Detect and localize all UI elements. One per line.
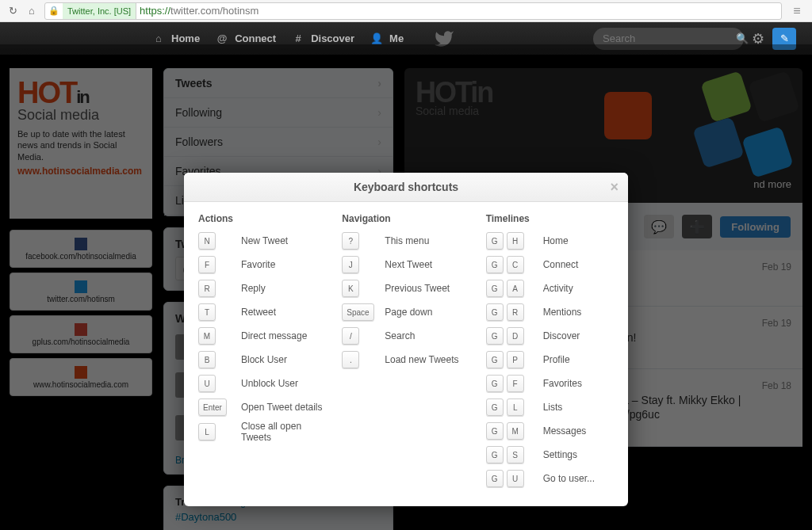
shortcut-label: Home — [543, 235, 569, 246]
key-L: L — [198, 423, 216, 440]
key-G: G — [486, 327, 504, 345]
keyboard-shortcuts-modal: Keyboard shortcuts × ActionsNNew TweetFF… — [184, 173, 628, 506]
key-G: G — [486, 232, 504, 250]
shortcut-row: GMMessages — [486, 421, 614, 441]
shortcut-label: Messages — [543, 425, 587, 437]
shortcut-row: GAActivity — [486, 278, 614, 299]
column-header: Timelines — [486, 213, 614, 224]
shortcut-label: Reply — [241, 283, 266, 294]
shortcut-row: UUnblock User — [198, 373, 326, 394]
column-header: Navigation — [342, 213, 469, 224]
key-G: G — [486, 375, 504, 392]
key-J: J — [342, 256, 359, 273]
key-R: R — [198, 280, 216, 297]
column-header: Actions — [198, 213, 326, 224]
key-N: N — [198, 232, 216, 250]
shortcut-label: Block User — [241, 354, 287, 365]
shortcut-label: Page down — [385, 307, 432, 318]
reload-icon[interactable]: ↻ — [6, 5, 19, 17]
key-G: G — [486, 256, 504, 273]
shortcut-row: GUGo to user... — [486, 468, 614, 489]
shortcut-label: Favorite — [241, 259, 275, 270]
shortcut-row: FFavorite — [198, 254, 326, 275]
shortcut-column: Navigation?This menuJNext TweetKPrevious… — [342, 213, 469, 492]
key-U: U — [507, 470, 524, 487]
key-R: R — [507, 303, 524, 321]
shortcut-row: GSSettings — [486, 444, 614, 465]
close-icon[interactable]: × — [610, 179, 619, 196]
key-D: D — [507, 327, 524, 345]
shortcut-label: Connect — [543, 259, 579, 270]
ssl-cert: Twitter, Inc. [US] — [63, 3, 136, 19]
shortcut-label: Discover — [543, 330, 580, 341]
shortcut-row: GHHome — [486, 231, 614, 251]
shortcut-row: MDirect message — [198, 326, 326, 346]
shortcut-label: Previous Tweet — [385, 283, 450, 294]
shortcut-label: Mentions — [543, 307, 582, 318]
shortcut-label: This menu — [385, 235, 429, 246]
shortcut-row: GLLists — [486, 397, 614, 418]
shortcut-row: TRetweet — [198, 302, 326, 322]
key-M: M — [198, 327, 216, 345]
shortcut-label: Retweet — [241, 307, 276, 318]
search-input[interactable] — [603, 32, 736, 44]
shortcut-row: /Search — [342, 326, 469, 346]
key-T: T — [198, 303, 216, 321]
shortcut-label: Activity — [543, 283, 573, 294]
shortcut-row: LClose all open Tweets — [198, 421, 326, 443]
key-?: ? — [342, 232, 359, 250]
shortcut-label: New Tweet — [241, 235, 288, 246]
browser-menu-icon[interactable]: ≡ — [788, 2, 806, 20]
shortcut-row: GCConnect — [486, 254, 614, 275]
key-U: U — [198, 375, 216, 392]
key-G: G — [486, 422, 504, 440]
shortcut-label: Load new Tweets — [385, 354, 458, 365]
shortcut-label: Lists — [543, 402, 563, 413]
key-H: H — [507, 232, 524, 250]
shortcut-row: EnterOpen Tweet details — [198, 397, 326, 418]
key-C: C — [507, 256, 524, 273]
browser-toolbar: ↻ ⌂ 🔒 Twitter, Inc. [US] https://twitter… — [0, 0, 812, 22]
shortcut-row: SpacePage down — [342, 302, 469, 322]
lock-icon: 🔒 — [45, 6, 63, 16]
key-L: L — [507, 398, 524, 416]
key-B: B — [198, 351, 216, 368]
shortcut-row: NNew Tweet — [198, 231, 326, 251]
key-G: G — [486, 470, 504, 487]
home-icon[interactable]: ⌂ — [25, 5, 38, 17]
key-.: . — [342, 351, 359, 368]
shortcut-row: GRMentions — [486, 302, 614, 322]
shortcut-row: BBlock User — [198, 349, 326, 370]
shortcut-column: ActionsNNew TweetFFavoriteRReplyTRetweet… — [198, 213, 326, 492]
shortcut-label: Search — [385, 330, 415, 341]
key-G: G — [486, 280, 504, 297]
key-G: G — [486, 398, 504, 416]
shortcut-row: RReply — [198, 278, 326, 299]
url-bar[interactable]: 🔒 Twitter, Inc. [US] https://twitter.com… — [44, 2, 782, 20]
key-F: F — [198, 256, 216, 273]
shortcut-row: ?This menu — [342, 231, 469, 251]
shortcut-row: GDDiscover — [486, 326, 614, 346]
shortcut-row: GFFavorites — [486, 373, 614, 394]
shortcut-row: JNext Tweet — [342, 254, 469, 275]
shortcut-label: Go to user... — [543, 473, 595, 484]
key-Space: Space — [342, 303, 373, 321]
key-M: M — [507, 422, 524, 440]
shortcut-label: Close all open Tweets — [241, 421, 326, 443]
search-icon: 🔍 — [736, 32, 749, 44]
shortcut-label: Open Tweet details — [241, 402, 323, 413]
shortcut-row: KPrevious Tweet — [342, 278, 469, 299]
url-text: https://twitter.com/hotinsm — [136, 5, 262, 17]
key-Enter: Enter — [198, 398, 227, 416]
shortcut-label: Favorites — [543, 378, 582, 389]
key-G: G — [486, 303, 504, 321]
shortcut-label: Profile — [543, 354, 570, 365]
shortcut-label: Unblock User — [241, 378, 298, 389]
key-F: F — [507, 375, 524, 392]
key-A: A — [507, 280, 524, 297]
key-K: K — [342, 280, 359, 297]
modal-title: Keyboard shortcuts — [354, 181, 458, 193]
key-G: G — [486, 351, 504, 368]
shortcut-row: GPProfile — [486, 349, 614, 370]
shortcut-label: Settings — [543, 449, 577, 460]
